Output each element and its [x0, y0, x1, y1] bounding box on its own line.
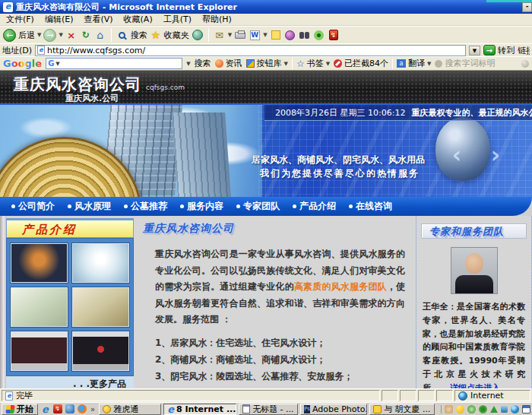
quicklaunch-messenger-icon[interactable]: [65, 404, 74, 414]
tray-square-icon[interactable]: [501, 406, 508, 413]
tray-calendar-icon[interactable]: [522, 405, 530, 413]
nav-item-contact[interactable]: 在线咨询: [345, 200, 396, 213]
tray-globe-icon[interactable]: [511, 405, 519, 413]
search-icon[interactable]: [116, 29, 128, 41]
google-popup-blocker[interactable]: 已拦截84个: [334, 58, 388, 69]
task-button-untitled[interactable]: 无标题 - ...: [239, 404, 298, 415]
print-icon[interactable]: [234, 29, 246, 41]
task-button-chat[interactable]: 与 胡文慶 ...: [369, 404, 435, 415]
menu-edit[interactable]: 编辑(E): [45, 14, 74, 25]
google-settings-icon[interactable]: [521, 60, 529, 68]
messenger-icon[interactable]: [284, 29, 296, 41]
back-label[interactable]: 后退: [18, 30, 35, 41]
experts-header: 专家和服务团队: [421, 223, 527, 239]
address-dropdown-icon[interactable]: ▼: [469, 46, 480, 55]
quicklaunch-thunder-icon[interactable]: ↯: [52, 404, 62, 414]
task-button-yahoo-messenger[interactable]: 雅虎通: [99, 404, 161, 415]
product-image-crystal-ball[interactable]: [72, 243, 129, 283]
google-search-input[interactable]: G ▼: [46, 58, 182, 69]
minimize-button[interactable]: -: [522, 2, 532, 12]
photoshop-icon: Ps: [304, 405, 310, 413]
address-input[interactable]: e http://www.cqfsgs.com/: [35, 45, 466, 56]
bullet-icon: [293, 204, 296, 208]
edit-dropdown-icon[interactable]: ▼: [263, 32, 267, 38]
product-image-jade-casket[interactable]: [11, 287, 68, 327]
google-separator: [292, 59, 293, 69]
nav-item-products[interactable]: 产品介绍: [289, 200, 340, 213]
menu-tools[interactable]: 工具(T): [163, 14, 192, 25]
product-image-black-urn[interactable]: [72, 331, 129, 371]
product-image-carved-casket[interactable]: [72, 287, 129, 327]
forward-icon[interactable]: →: [43, 29, 56, 42]
google-button-gallery[interactable]: 按钮库▼: [246, 58, 288, 69]
status-message: e 完毕: [2, 390, 380, 401]
google-bookmarks-button[interactable]: ☆书签▼: [296, 58, 330, 69]
address-url[interactable]: http://www.cqfsgs.com/: [47, 46, 145, 55]
nav-item-experts[interactable]: 专家团队: [233, 200, 283, 213]
site-logo-domain: cqfsgs.com: [146, 84, 185, 91]
go-arrow-icon: →: [483, 45, 496, 55]
product-image-deer-statue[interactable]: [11, 243, 68, 283]
google-toolbar: Google G ▼ ▼ 搜索 资讯 按钮库▼ ☆书签▼ 已拦截84个 a翻译▼…: [0, 56, 532, 71]
expert-detail-link[interactable]: 详细点击进入: [450, 383, 500, 388]
menu-view[interactable]: 查看(V): [84, 14, 112, 25]
menu-help[interactable]: 帮助(H): [202, 14, 232, 25]
forward-dropdown-icon[interactable]: ▼: [59, 32, 62, 38]
home-icon[interactable]: ⌂: [94, 29, 106, 41]
date-strip: 2008年3月26日 星期三 10:06:12 重庆最权专业的、最正规的风水公司: [264, 105, 532, 121]
tray-smiley-icon[interactable]: [456, 405, 464, 413]
tray-knot-icon[interactable]: [479, 405, 487, 413]
menu-favorites[interactable]: 收藏(A): [124, 14, 153, 25]
products-header: 产品介绍: [6, 218, 134, 238]
quicklaunch-ie-icon[interactable]: e: [40, 404, 50, 414]
more-products-link[interactable]: . . .更多产品: [6, 376, 134, 388]
thunder-download-icon[interactable]: ↯: [328, 29, 340, 41]
tray-hand-icon[interactable]: [445, 405, 453, 413]
address-label: 地址(D): [2, 45, 32, 56]
google-news-button[interactable]: 资讯: [215, 58, 242, 69]
mail-dropdown-icon[interactable]: ▼: [228, 32, 232, 38]
favorites-label[interactable]: 收藏夹: [164, 30, 189, 41]
google-search-button[interactable]: 搜索: [195, 58, 211, 69]
back-dropdown-icon[interactable]: ▼: [37, 32, 41, 38]
quicklaunch-firefox-icon[interactable]: [77, 404, 87, 414]
ie-toolbar: ← 后退 ▼ → ▼ × ↻ ⌂ 搜索 ★ 收藏夹 ✉ ▼ W ▼ ↯: [0, 26, 532, 43]
nav-item-principles[interactable]: 风水原理: [64, 200, 115, 213]
tray-up-arrow-icon[interactable]: [490, 406, 498, 413]
search-label[interactable]: 搜索: [131, 30, 147, 41]
edit-word-icon[interactable]: W: [249, 29, 261, 41]
back-icon[interactable]: ←: [3, 29, 16, 42]
google-g-icon: G: [48, 59, 54, 68]
nav-item-services[interactable]: 服务内容: [176, 200, 227, 213]
google-highlight-button: 搜索字词标明: [435, 58, 495, 69]
nav-item-about[interactable]: 公司简介: [8, 200, 59, 213]
task-button-ie-group-active[interactable]: e 8 Internet ... ▼: [163, 404, 236, 415]
favorites-icon[interactable]: ★: [150, 29, 162, 41]
binoculars-icon[interactable]: [299, 29, 311, 41]
task-button-photoshop[interactable]: Ps Adobe Photo...: [300, 404, 367, 415]
refresh-icon[interactable]: ↻: [80, 29, 92, 41]
tray-person-icon[interactable]: [467, 405, 476, 413]
go-button[interactable]: → 转到: [483, 45, 515, 56]
start-button[interactable]: 开始: [2, 404, 38, 415]
nav-row: 公司简介 风水原理 公墓推荐 服务内容 专家团队 产品介绍 在线咨询: [0, 197, 532, 216]
plugin-flower-icon[interactable]: [313, 29, 325, 41]
nav-item-cemetery[interactable]: 公墓推荐: [120, 200, 171, 213]
links-label[interactable]: 链接: [518, 45, 530, 56]
service-item: 1、居家风水：住宅选址、住宅风水设计；: [155, 334, 411, 351]
stop-icon[interactable]: ×: [65, 29, 78, 41]
quicklaunch-overflow-chevron[interactable]: »: [89, 405, 97, 413]
browser-viewport: 重庆风水咨询公司 cqfsgs.com 重庆风水.公司 ‹ › 2008年3月2…: [0, 71, 532, 388]
history-icon[interactable]: [192, 29, 204, 41]
status-cell: [436, 390, 453, 401]
product-image-wooden-urn[interactable]: [11, 331, 68, 371]
translate-icon: a: [397, 59, 406, 68]
google-translate-button[interactable]: a翻译▼: [397, 58, 431, 69]
go-label[interactable]: 转到: [498, 45, 515, 56]
mail-icon[interactable]: ✉: [214, 29, 226, 41]
service-item: 2、商铺风水：商铺选址、商铺风水设计；: [155, 351, 411, 368]
google-search-history-dropdown[interactable]: ▼: [186, 61, 190, 67]
google-search-dropdown-icon[interactable]: ▼: [55, 61, 59, 67]
discuss-icon[interactable]: [270, 29, 282, 41]
menu-file[interactable]: 文件(F): [6, 14, 34, 25]
